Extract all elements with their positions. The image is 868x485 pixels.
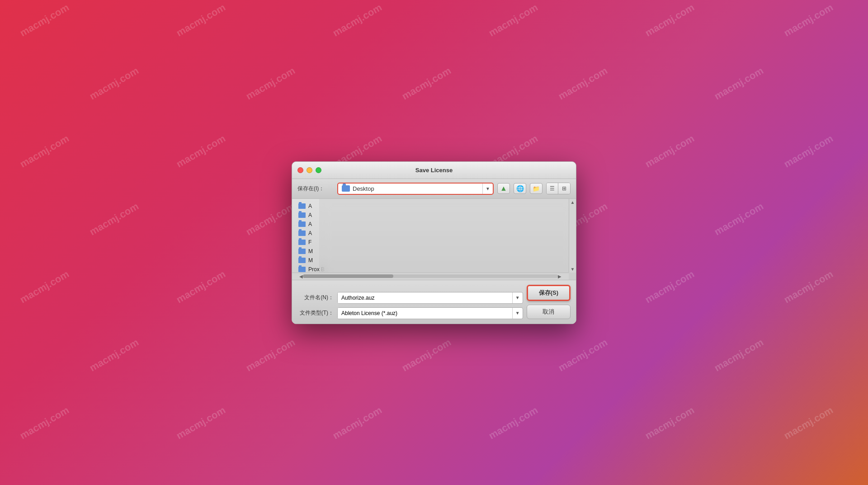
cancel-button[interactable]: 取消	[527, 305, 571, 319]
filetype-row: 文件类型(T)： ▼	[297, 307, 523, 319]
location-dropdown-arrow[interactable]: ▼	[482, 184, 493, 194]
filetype-input[interactable]	[338, 308, 512, 319]
dialog-toolbar: 保存在(I)： Desktop ▼ ▲ 🌐 📁 ☰	[292, 179, 576, 199]
minimize-button[interactable]	[307, 167, 312, 173]
folder-icon	[298, 267, 306, 272]
close-button[interactable]	[297, 167, 303, 173]
file-item-name: A	[308, 203, 312, 209]
save-dialog: Save License 保存在(I)： Desktop ▼ ▲ 🌐 📁	[292, 161, 576, 324]
filename-label: 文件名(N)：	[297, 294, 334, 301]
file-item-name: A	[308, 221, 312, 227]
file-browser-body: A A A A F	[292, 199, 576, 280]
file-item-name: M	[308, 248, 313, 254]
globe-icon: 🌐	[516, 185, 524, 192]
folder-icon	[298, 212, 306, 218]
scroll-up-arrow[interactable]: ▲	[571, 200, 575, 205]
folder-icon	[342, 185, 350, 192]
network-button[interactable]: 🌐	[514, 183, 526, 194]
filetype-dropdown-arrow[interactable]: ▼	[512, 308, 523, 319]
new-folder-button[interactable]: 📁	[530, 183, 542, 194]
dialog-titlebar: Save License	[292, 162, 576, 179]
grid-view-icon: ⊞	[562, 185, 566, 192]
filename-row: 文件名(N)： ▼	[297, 292, 523, 304]
grid-view-button[interactable]: ⊞	[558, 183, 570, 194]
folder-icon	[298, 249, 306, 254]
folder-icon	[298, 240, 306, 245]
file-item-name: A	[308, 212, 312, 218]
footer-buttons: 保存(S) 取消	[527, 285, 571, 319]
scroll-right-arrow[interactable]: ▶	[558, 274, 561, 279]
scroll-left-arrow[interactable]: ◀	[299, 274, 303, 279]
save-in-label: 保存在(I)：	[297, 185, 334, 193]
blur-overlay	[319, 199, 576, 280]
list-view-icon: ☰	[550, 185, 555, 192]
folder-icon	[298, 203, 306, 209]
dialog-footer: 文件名(N)： ▼ 文件类型(T)： ▼	[292, 280, 576, 324]
filename-input-wrapper[interactable]: ▼	[337, 292, 523, 304]
up-directory-button[interactable]: ▲	[497, 183, 510, 194]
folder-icon	[298, 231, 306, 236]
vertical-scrollbar[interactable]: ▲ ▼	[569, 199, 576, 273]
traffic-lights	[297, 167, 321, 173]
filetype-label: 文件类型(T)：	[297, 309, 334, 317]
location-text: Desktop	[353, 185, 479, 192]
location-select[interactable]: Desktop	[338, 184, 482, 194]
location-select-wrapper[interactable]: Desktop ▼	[337, 183, 494, 195]
dialog-title: Save License	[415, 167, 453, 174]
file-item-name: A	[308, 230, 312, 236]
filename-input[interactable]	[338, 292, 512, 303]
file-item-name: F	[308, 239, 311, 245]
scrollbar-track[interactable]	[303, 274, 558, 278]
scrollbar-thumb[interactable]	[303, 274, 393, 278]
filename-dropdown-arrow[interactable]: ▼	[512, 292, 523, 303]
up-arrow-icon: ▲	[500, 184, 507, 193]
view-toggle: ☰ ⊞	[546, 183, 571, 194]
filetype-input-wrapper[interactable]: ▼	[337, 307, 523, 319]
new-folder-icon: 📁	[533, 185, 540, 192]
folder-icon	[298, 221, 306, 227]
footer-forms: 文件名(N)： ▼ 文件类型(T)： ▼	[297, 292, 523, 319]
maximize-button[interactable]	[316, 167, 321, 173]
file-item-name: M	[308, 257, 313, 264]
folder-icon	[298, 258, 306, 263]
footer-main: 文件名(N)： ▼ 文件类型(T)： ▼	[297, 285, 571, 319]
save-button[interactable]: 保存(S)	[527, 285, 571, 301]
scroll-down-arrow[interactable]: ▼	[571, 267, 575, 272]
dialog-overlay: Save License 保存在(I)： Desktop ▼ ▲ 🌐 📁	[0, 0, 868, 485]
list-view-button[interactable]: ☰	[547, 183, 558, 194]
horizontal-scrollbar[interactable]: ◀ ▶	[292, 273, 569, 280]
